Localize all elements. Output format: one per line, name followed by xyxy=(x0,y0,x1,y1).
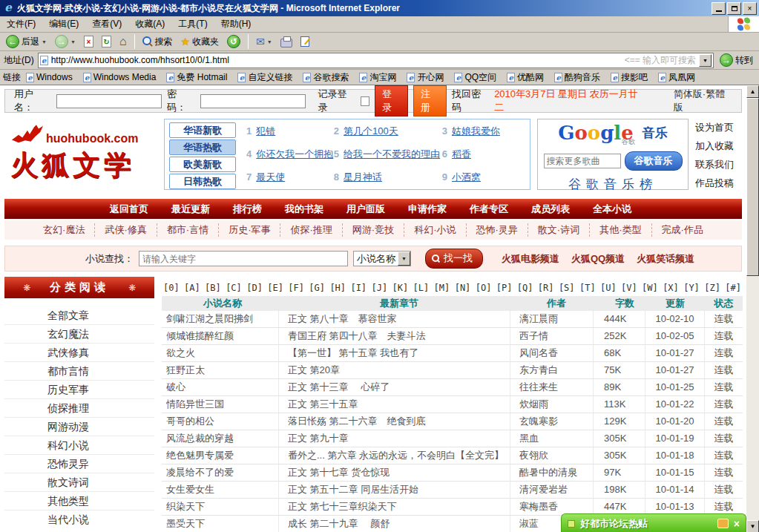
quick-link[interactable]: 加入收藏 xyxy=(695,139,741,153)
nav-sub-item[interactable]: 恐怖·灵异 xyxy=(467,223,528,237)
author-link[interactable]: 风间名香 xyxy=(510,345,594,361)
latest-chapter-link[interactable]: 正文 第五十二章 同居生活开始 xyxy=(279,482,510,498)
nav-sub-item[interactable]: 玄幻·魔法 xyxy=(33,223,95,237)
password-field[interactable] xyxy=(200,94,306,108)
latest-chapter-link[interactable]: 落日怅殇 第二十六章 绝食到底 xyxy=(279,413,510,430)
author-link[interactable]: 西子情 xyxy=(510,328,594,344)
sidebar-category-item[interactable]: 恐怖灵异 xyxy=(4,455,154,473)
google-chart-link[interactable]: 谷歌音乐榜 xyxy=(538,176,688,193)
popup-maximize-icon[interactable] xyxy=(717,519,729,528)
letter-filter-link[interactable]: [L] xyxy=(413,283,430,293)
song-title[interactable]: 稻香 xyxy=(452,148,471,160)
song-title[interactable]: 第几个100天 xyxy=(344,125,398,137)
nav-sub-item[interactable]: 侦探·推理 xyxy=(280,223,342,237)
address-input[interactable] xyxy=(51,55,622,65)
sidebar-category-item[interactable]: 科幻小说 xyxy=(4,436,154,455)
sidebar-category-item[interactable]: 散文诗词 xyxy=(4,473,154,492)
scroll-thumb[interactable] xyxy=(746,98,759,276)
latest-chapter-link[interactable]: 正文 第九十章 xyxy=(279,430,510,447)
stop-button[interactable]: × xyxy=(82,35,96,48)
menu-item[interactable]: 编辑(E) xyxy=(42,16,85,33)
letter-filter-link[interactable]: [I] xyxy=(350,283,367,293)
version-links[interactable]: 简体版·繁體版 xyxy=(674,88,732,114)
novel-name-link[interactable]: 织染天下 xyxy=(162,499,279,515)
author-link[interactable]: 玄魄寒影 xyxy=(510,413,594,430)
link-item[interactable]: e 酷狗音乐 xyxy=(551,71,604,84)
quick-link[interactable]: 联系我们 xyxy=(695,158,741,171)
letter-filter-link[interactable]: [X] xyxy=(663,283,679,293)
letter-filter-link[interactable]: [G] xyxy=(309,283,325,293)
forward-button[interactable]: → ▼ xyxy=(53,34,78,49)
author-link[interactable]: 往往来生 xyxy=(510,379,594,395)
sidebar-category-item[interactable]: 网游动漫 xyxy=(4,418,154,436)
close-button[interactable]: × xyxy=(743,2,757,15)
google-search-input[interactable] xyxy=(544,154,621,168)
author-link[interactable]: 夜翎欣 xyxy=(510,447,594,464)
search-button[interactable]: 搜索 xyxy=(140,35,175,49)
nav-sub-item[interactable]: 散文·诗词 xyxy=(528,223,590,237)
nav-main-item[interactable]: 排行榜 xyxy=(233,203,262,216)
favorites-button[interactable]: ★ 收藏夹 xyxy=(179,35,222,49)
latest-chapter-link[interactable]: 正文 第三十五章 xyxy=(279,396,510,413)
link-item[interactable]: e 开心网 xyxy=(403,71,447,84)
song-link[interactable]: 9小酒窝 xyxy=(442,171,525,184)
menu-item[interactable]: 帮助(H) xyxy=(214,16,258,33)
letter-filter-link[interactable]: [B] xyxy=(205,283,221,293)
menu-item[interactable]: 文件(F) xyxy=(0,16,42,33)
link-item[interactable]: e 自定义链接 xyxy=(234,71,296,84)
link-item[interactable]: e Windows Media xyxy=(79,71,160,84)
link-item[interactable]: e QQ空间 xyxy=(450,71,500,84)
menu-item[interactable]: 收藏(A) xyxy=(128,16,171,33)
nav-main-item[interactable]: 用户面版 xyxy=(346,203,385,216)
link-item[interactable]: e 优酷网 xyxy=(503,71,548,84)
music-tab[interactable]: 欧美新歌 xyxy=(169,157,236,172)
song-link[interactable]: 4你还欠我一个拥抱 xyxy=(246,148,334,161)
login-button[interactable]: 登录 xyxy=(375,85,408,116)
letter-filter-link[interactable]: [A] xyxy=(184,283,200,293)
author-link[interactable]: 寒梅墨香 xyxy=(510,499,594,515)
novel-name-link[interactable]: 剑啸江湖之晨阳拂剑 xyxy=(162,311,279,327)
sidebar-category-item[interactable]: 都市言情 xyxy=(4,362,154,381)
home-button[interactable]: ⌂ xyxy=(117,34,129,49)
song-link[interactable]: 3姑娘我爱你 xyxy=(442,125,525,138)
latest-chapter-link[interactable]: 正文 第十七章 货仓惊现 xyxy=(279,464,510,481)
vertical-scrollbar[interactable]: ▲ ▼ xyxy=(746,85,759,532)
latest-chapter-link[interactable]: 正文 第十三章 心碎了 xyxy=(279,379,510,395)
sidebar-category-item[interactable]: 当代小说 xyxy=(4,510,154,529)
letter-filter-link[interactable]: [T] xyxy=(579,283,596,293)
print-button[interactable] xyxy=(278,36,295,48)
letter-filter-link[interactable]: [M] xyxy=(434,283,450,293)
select-dropdown-icon[interactable]: ▼ xyxy=(398,252,410,266)
novel-name-link[interactable]: 狂野正太 xyxy=(162,362,279,378)
menu-item[interactable]: 查看(V) xyxy=(85,16,128,33)
song-title[interactable]: 姑娘我爱你 xyxy=(452,125,500,137)
song-title[interactable]: 给我一个不爱我的理由 xyxy=(344,148,440,160)
author-link[interactable]: 酷暑中的清泉 xyxy=(510,464,594,481)
go-button[interactable]: → 转到 xyxy=(717,53,755,67)
nav-main-item[interactable]: 申请作家 xyxy=(408,203,447,216)
song-title[interactable]: 犯错 xyxy=(256,125,275,137)
song-link[interactable]: 6稻香 xyxy=(442,148,525,161)
refresh-button[interactable]: ↻ xyxy=(99,35,114,48)
author-link[interactable]: 东方青白 xyxy=(510,362,594,378)
author-link[interactable]: 漓江晨雨 xyxy=(510,311,594,327)
nav-main-item[interactable]: 成员列表 xyxy=(531,203,570,216)
nav-main-item[interactable]: 返回首页 xyxy=(110,203,148,216)
search-type-select[interactable]: 小说名称 ▼ xyxy=(353,251,411,266)
author-link[interactable]: 清河爱岩岩 xyxy=(510,482,594,498)
music-tab[interactable]: 日韩热歌 xyxy=(169,174,236,189)
latest-chapter-link[interactable]: 正文 第20章 xyxy=(279,362,510,378)
scroll-track[interactable] xyxy=(746,276,759,520)
link-item[interactable]: e 谷歌搜索 xyxy=(299,71,352,84)
nav-sub-item[interactable]: 武侠·修真 xyxy=(95,223,157,237)
novel-name-link[interactable]: 墨受天下 xyxy=(162,516,279,532)
sidebar-category-item[interactable]: 其他类型 xyxy=(4,492,154,510)
link-item[interactable]: e 凤凰网 xyxy=(654,71,699,84)
latest-chapter-link[interactable]: 青国王府 第四十八章 夫妻斗法 xyxy=(279,328,510,344)
music-tab[interactable]: 华语新歌 xyxy=(169,122,236,138)
letter-filter-link[interactable]: [S] xyxy=(559,283,575,293)
letter-filter-link[interactable]: [P] xyxy=(496,283,513,293)
popup-title[interactable]: 好都市论坛热贴 xyxy=(580,517,712,531)
latest-chapter-link[interactable]: 正文 第七十三章织染天下 xyxy=(279,499,510,515)
letter-filter-link[interactable]: [Q] xyxy=(517,283,533,293)
